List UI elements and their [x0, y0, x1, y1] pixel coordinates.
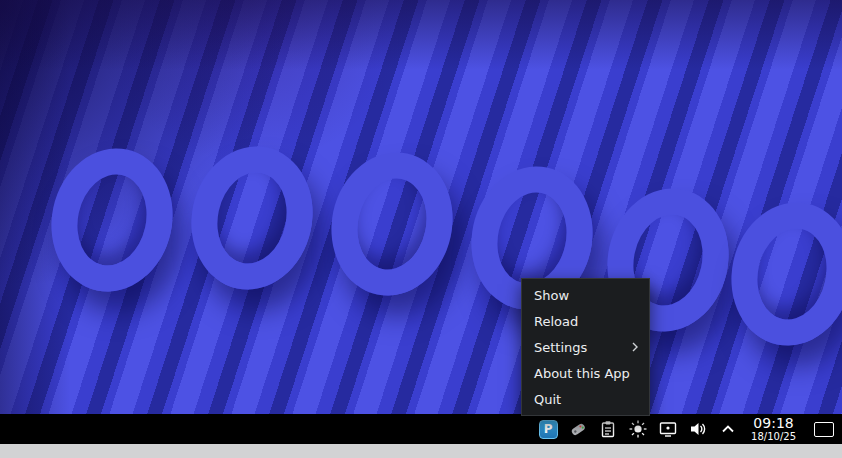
- show-desktop-widget[interactable]: [814, 422, 834, 437]
- menu-item-label: Reload: [534, 314, 578, 329]
- wallpaper-loop: [178, 135, 325, 301]
- wallpaper-loop: [718, 191, 842, 357]
- taskbar: P: [0, 414, 842, 444]
- menu-item-reload[interactable]: Reload: [522, 308, 649, 334]
- night-light-icon[interactable]: [627, 418, 649, 440]
- clipboard-icon[interactable]: [597, 418, 619, 440]
- chevron-up-icon[interactable]: [717, 418, 739, 440]
- tray-context-menu: Show Reload Settings About this App Quit: [521, 278, 650, 416]
- menu-item-quit[interactable]: Quit: [522, 386, 649, 412]
- wallpaper: [0, 0, 842, 458]
- menu-item-show[interactable]: Show: [522, 282, 649, 308]
- menu-item-label: Quit: [534, 392, 561, 407]
- clock-date: 18/10/25: [751, 432, 796, 442]
- volume-icon[interactable]: [687, 418, 709, 440]
- display-icon[interactable]: [657, 418, 679, 440]
- gamepad-icon[interactable]: [567, 418, 589, 440]
- app-tray-icon-badge: P: [539, 420, 558, 439]
- clock-widget[interactable]: 09:18 18/10/25: [751, 416, 796, 442]
- menu-item-about[interactable]: About this App: [522, 360, 649, 386]
- bottom-strip: [0, 444, 842, 458]
- wallpaper-loop: [38, 137, 185, 303]
- menu-item-label: About this App: [534, 366, 630, 381]
- menu-item-settings[interactable]: Settings: [522, 334, 649, 360]
- wallpaper-loop: [318, 141, 465, 307]
- clock-time: 09:18: [753, 416, 793, 430]
- menu-item-label: Show: [534, 288, 569, 303]
- chevron-right-icon: [631, 342, 639, 352]
- app-tray-icon[interactable]: P: [537, 418, 559, 440]
- menu-item-label: Settings: [534, 340, 587, 355]
